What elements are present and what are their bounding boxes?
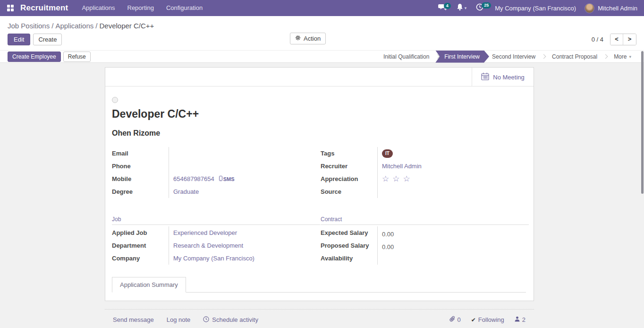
log-note-button[interactable]: Log note <box>167 316 191 323</box>
expected-salary-value: 0.00 <box>377 226 529 239</box>
appreciation-label: Appreciation <box>321 173 377 185</box>
proposed-salary-value: 0.00 <box>377 239 529 252</box>
attachment-count: 0 <box>458 316 461 323</box>
vertical-scrollbar[interactable] <box>641 51 644 194</box>
expected-salary-label: Expected Salary <box>321 226 377 239</box>
breadcrumb-current: Developer C/C++ <box>99 22 154 30</box>
edit-button[interactable]: Edit <box>8 34 30 45</box>
availability-value <box>377 252 529 265</box>
refuse-button[interactable]: Refuse <box>63 52 91 62</box>
department-label: Department <box>112 239 169 252</box>
user-menu[interactable]: Mitchell Admin <box>598 5 637 12</box>
schedule-activity-label: Schedule activity <box>212 316 258 323</box>
meetings-stat-button[interactable]: No Meeting <box>472 68 534 86</box>
apps-grid-icon[interactable] <box>7 5 14 12</box>
following-label: Following <box>478 316 504 323</box>
stage-pipeline: Initial Qualification First Interview Se… <box>377 51 644 63</box>
tag-badge-it: IT <box>382 149 393 158</box>
applied-job-value-link[interactable]: Experienced Developer <box>173 229 237 236</box>
proposed-salary-label: Proposed Salary <box>321 239 377 252</box>
breadcrumb: Job Positions/Applications/Developer C/C… <box>0 16 644 31</box>
record-sheet: No Meeting Developer C/C++ Ohen Rizome E… <box>105 67 534 301</box>
form-view: No Meeting Developer C/C++ Ohen Rizome E… <box>0 67 644 328</box>
send-sms-label: SMS <box>223 176 235 182</box>
notifications-menu[interactable]: ▾ <box>452 3 472 13</box>
send-sms-button[interactable]: SMS <box>219 176 235 182</box>
bell-icon <box>457 3 463 13</box>
email-value <box>169 147 320 160</box>
recruiter-value-link[interactable]: Mitchell Admin <box>382 163 422 170</box>
breadcrumb-job-positions[interactable]: Job Positions <box>8 22 50 30</box>
clock-icon <box>203 316 209 324</box>
mobile-phone-icon <box>219 176 222 182</box>
stage-contract-proposal[interactable]: Contract Proposal <box>546 51 603 63</box>
activities-badge: 25 <box>482 2 491 9</box>
create-button[interactable]: Create <box>33 34 62 45</box>
stage-separator-icon <box>603 54 608 59</box>
action-button[interactable]: Action <box>290 33 326 44</box>
statusbar: Create Employee Refuse Initial Qualifica… <box>0 50 644 63</box>
breadcrumb-applications[interactable]: Applications <box>55 22 93 30</box>
create-employee-button[interactable]: Create Employee <box>8 52 61 62</box>
activities-menu[interactable]: 25 <box>471 3 488 13</box>
breadcrumb-separator: / <box>93 22 99 30</box>
person-icon <box>515 316 520 323</box>
stage-second-interview[interactable]: Second Interview <box>486 51 542 63</box>
stage-more-dropdown[interactable]: More ▾ <box>608 51 637 63</box>
send-message-button[interactable]: Send message <box>113 316 154 323</box>
job-position-title: Developer C/C++ <box>112 108 526 121</box>
degree-label: Degree <box>112 185 169 198</box>
followers-button[interactable]: 2 <box>515 316 525 323</box>
job-section-title: Job <box>112 216 320 225</box>
applicant-name: Ohen Rizome <box>112 129 526 138</box>
notebook: Application Summary <box>112 277 526 293</box>
phone-label: Phone <box>112 160 169 173</box>
top-navbar: Recruitment Applications Reporting Confi… <box>0 0 644 16</box>
attachments-button[interactable]: 0 <box>449 316 461 324</box>
star-icon[interactable]: ☆ <box>382 175 391 183</box>
mobile-value-link[interactable]: 654687987654 <box>173 175 214 182</box>
control-panel: Job Positions/Applications/Developer C/C… <box>0 16 644 50</box>
tab-application-summary[interactable]: Application Summary <box>112 277 186 293</box>
applied-job-label: Applied Job <box>112 226 169 239</box>
action-button-label: Action <box>304 35 321 42</box>
degree-value-link[interactable]: Graduate <box>173 188 199 195</box>
app-title[interactable]: Recruitment <box>20 3 68 13</box>
department-value-link[interactable]: Research & Development <box>173 242 243 249</box>
pager-next-button[interactable]: > <box>623 34 636 45</box>
breadcrumb-separator: / <box>50 22 55 30</box>
menu-reporting[interactable]: Reporting <box>121 0 160 16</box>
pager-counter: 0 / 4 <box>592 36 603 43</box>
user-avatar[interactable] <box>585 3 594 13</box>
phone-value <box>169 160 320 173</box>
schedule-activity-button[interactable]: Schedule activity <box>203 316 258 324</box>
email-label: Email <box>112 147 169 160</box>
gear-icon <box>295 35 301 42</box>
company-label: Company <box>112 252 169 265</box>
stage-more-label: More <box>614 53 627 60</box>
source-label: Source <box>321 185 377 198</box>
calendar-icon <box>481 72 489 82</box>
kanban-state-icon[interactable] <box>112 97 118 103</box>
company-value-link[interactable]: My Company (San Francisco) <box>173 255 254 262</box>
company-switcher[interactable]: My Company (San Francisco) <box>495 5 576 12</box>
menu-configuration[interactable]: Configuration <box>160 0 209 16</box>
messages-badge: 4 <box>444 3 451 9</box>
chevron-down-icon: ▾ <box>465 6 467 10</box>
star-icon[interactable]: ☆ <box>392 175 402 183</box>
mobile-label: Mobile <box>112 173 169 185</box>
field-group-bottom: Job Applied JobExperienced Developer Dep… <box>112 207 526 265</box>
menu-applications[interactable]: Applications <box>76 0 121 16</box>
pager-previous-button[interactable]: < <box>610 34 623 45</box>
star-icon[interactable]: ☆ <box>403 175 413 183</box>
contract-section-title: Contract <box>321 216 529 225</box>
stage-first-interview-active[interactable]: First Interview <box>435 51 489 63</box>
sheet-button-box: No Meeting <box>105 68 534 86</box>
chevron-down-icon: ▾ <box>629 54 631 59</box>
follower-count: 2 <box>522 316 525 323</box>
messages-menu[interactable]: 4 <box>433 4 452 13</box>
stage-initial-qualification[interactable]: Initial Qualification <box>377 51 435 63</box>
field-group-top: Email Phone Mobile 654687987654 SMS <box>112 147 526 198</box>
availability-label: Availability <box>321 252 377 265</box>
following-toggle[interactable]: ✔ Following <box>471 316 504 323</box>
